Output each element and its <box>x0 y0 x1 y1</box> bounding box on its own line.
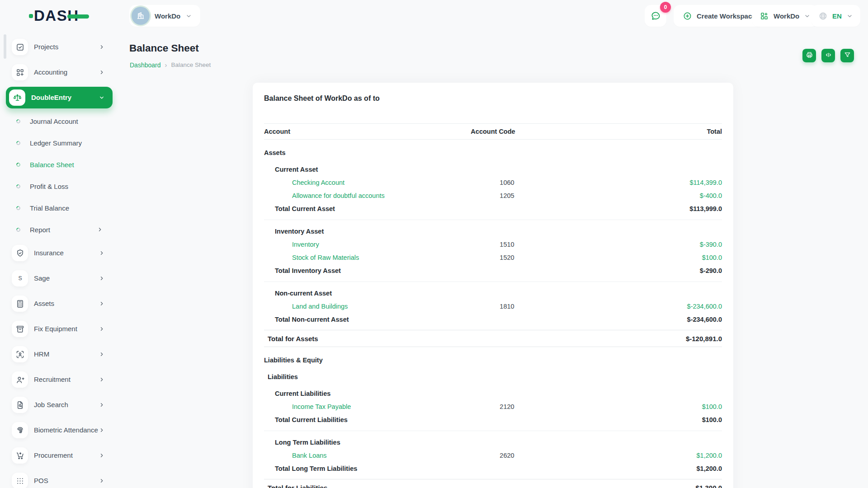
print-button[interactable] <box>802 49 816 62</box>
table-row: Total for Liabilities$1,300.0 <box>264 479 722 488</box>
sidebar-item-procurement[interactable]: Procurement <box>0 443 117 468</box>
breadcrumb-dashboard-link[interactable]: Dashboard <box>130 61 161 69</box>
sidebar-item-hrm[interactable]: HRM <box>0 342 117 367</box>
sidebar-item-label: Journal Account <box>30 117 103 125</box>
sidebar-item-accounting[interactable]: Accounting <box>0 60 117 85</box>
breadcrumb-current: Balance Sheet <box>171 61 211 68</box>
letter-s-icon: S <box>12 270 28 286</box>
bullet-icon <box>15 227 21 233</box>
account-link[interactable]: Bank Loans <box>292 452 327 459</box>
sidebar-item-label: Assets <box>34 300 99 308</box>
workspace-menu-button[interactable]: WorkDo <box>752 5 818 27</box>
sidebar-item-job-search[interactable]: Job Search <box>0 392 117 418</box>
table-row: Total Inventory Asset$-290.0 <box>264 264 722 277</box>
sidebar-item-label: Fix Equipment <box>34 325 99 333</box>
sidebar-item-report[interactable]: Report <box>0 219 117 240</box>
account-cell: Liabilities & Equity <box>264 357 425 364</box>
table-row: Non-current Asset <box>264 286 722 300</box>
table-row: Liabilities <box>264 370 722 383</box>
workspace-switcher[interactable]: WorkDo <box>129 5 200 27</box>
sidebar-item-label: Recruitment <box>34 375 99 384</box>
dots-grid-icon <box>12 473 28 488</box>
account-cell: Long Term Liabilities <box>264 439 431 446</box>
sidebar-item-projects[interactable]: Projects <box>0 34 117 60</box>
sidebar-item-journal-account[interactable]: Journal Account <box>0 110 117 132</box>
report-toolbar <box>802 49 854 62</box>
language-code: EN <box>832 12 842 20</box>
account-link[interactable]: Checking Account <box>292 179 344 186</box>
account-cell: Bank Loans <box>264 452 439 459</box>
table-row: Assets <box>264 146 722 159</box>
sidebar-item-label: Sage <box>34 274 99 283</box>
total-cell: $-234,600.0 <box>575 303 722 310</box>
table-row: Current Asset <box>264 163 722 176</box>
chevron-right-icon <box>99 326 105 332</box>
sidebar-item-double-entry[interactable]: DoubleEntry <box>6 87 113 108</box>
horizontal-scroll-button[interactable] <box>821 49 835 62</box>
table-row: Stock of Raw Materials1520$100.0 <box>264 251 722 264</box>
sidebar-item-assets[interactable]: Assets <box>0 291 117 316</box>
filter-button[interactable] <box>840 49 854 62</box>
bullet-icon <box>15 162 21 168</box>
chevron-down-icon <box>846 13 853 19</box>
section-divider <box>264 220 722 220</box>
total-cell: $-120,891.0 <box>563 335 722 343</box>
sidebar-item-label: Job Search <box>34 401 99 409</box>
sidebar-item-biometric-attendance[interactable]: Biometric Attendance <box>0 418 117 443</box>
fingerprint-icon <box>12 422 28 438</box>
sidebar-item-fix-equipment[interactable]: Fix Equipment <box>0 316 117 342</box>
report-table-header: Account Account Code Total <box>264 123 722 140</box>
account-link[interactable]: Income Tax Payable <box>292 403 351 410</box>
total-cell: $1,200.0 <box>575 452 722 459</box>
chevron-down-icon <box>185 13 192 19</box>
chevron-right-icon <box>97 226 103 233</box>
account-link[interactable]: Inventory <box>292 241 319 248</box>
chevron-right-icon <box>99 351 105 357</box>
total-cell: $1,300.0 <box>563 484 722 488</box>
sidebar-item-profit-loss[interactable]: Profit & Loss <box>0 175 117 197</box>
table-row: Total Non-current Asset$-234,600.0 <box>264 313 722 326</box>
sidebar-item-sage[interactable]: SSage <box>0 266 117 291</box>
sidebar-item-label: HRM <box>34 350 99 359</box>
sidebar-item-insurance[interactable]: Insurance <box>0 240 117 266</box>
table-row: Inventory1510$-390.0 <box>264 238 722 251</box>
account-link[interactable]: Allowance for doubtful accounts <box>292 192 385 199</box>
account-cell: Assets <box>264 149 425 156</box>
sidebar-item-recruitment[interactable]: Recruitment <box>0 367 117 392</box>
sidebar-item-label: Procurement <box>34 451 99 460</box>
top-header: DASH WorkDo 0 Create Workspace WorkDo EN <box>0 0 868 33</box>
account-cell: Allowance for doubtful accounts <box>264 192 439 199</box>
page-title: Balance Sheet <box>129 42 199 54</box>
sidebar-item-ledger-summary[interactable]: Ledger Summary <box>0 132 117 154</box>
account-link[interactable]: Stock of Raw Materials <box>292 254 359 261</box>
checkbox-icon <box>12 39 28 55</box>
account-cell: Income Tax Payable <box>264 403 439 410</box>
table-row: Long Term Liabilities <box>264 436 722 449</box>
breadcrumb-separator-icon: › <box>165 61 167 69</box>
table-row: Total Current Liabilities$100.0 <box>264 413 722 426</box>
sidebar-item-trial-balance[interactable]: Trial Balance <box>0 197 117 219</box>
sidebar-item-label: Trial Balance <box>30 204 103 212</box>
sidebar-item-label: Accounting <box>34 68 99 77</box>
notification-badge: 0 <box>660 2 671 13</box>
account-code-cell: 1205 <box>439 192 575 199</box>
chevron-down-icon <box>804 13 811 19</box>
language-button[interactable]: EN <box>811 5 860 27</box>
balance-sheet-card: Balance Sheet of WorkDo as of to Account… <box>253 83 733 488</box>
messages-button[interactable]: 0 <box>645 5 666 27</box>
breadcrumb: Dashboard › Balance Sheet <box>130 61 211 69</box>
create-workspace-button[interactable]: Create Workspace <box>674 5 765 27</box>
account-code-cell: 1520 <box>439 254 575 261</box>
sidebar-item-balance-sheet[interactable]: Balance Sheet <box>0 154 117 175</box>
account-link[interactable]: Land and Buildings <box>292 303 348 310</box>
account-cell: Total for Liabilities <box>264 484 427 488</box>
table-row: Total Current Asset$113,999.0 <box>264 202 722 215</box>
chevron-right-icon <box>99 300 105 307</box>
account-cell: Non-current Asset <box>264 290 431 297</box>
archive-box-icon <box>12 321 28 337</box>
sidebar-item-pos[interactable]: POS <box>0 468 117 488</box>
user-plus-icon <box>12 371 28 388</box>
sidebar-item-label: Insurance <box>34 249 99 258</box>
report-title: Balance Sheet of WorkDo as of to <box>264 94 722 103</box>
account-cell: Total Current Asset <box>264 205 431 212</box>
